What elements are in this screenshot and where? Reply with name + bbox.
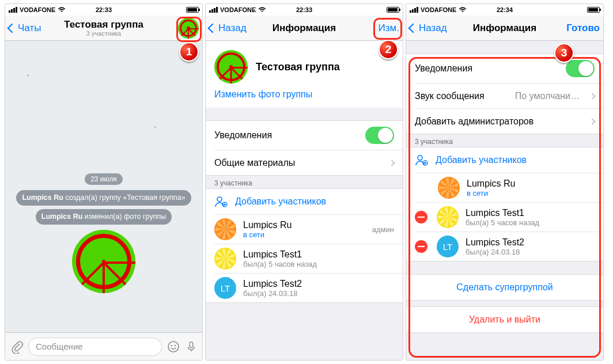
wifi-icon xyxy=(459,7,467,13)
done-button[interactable]: Готово xyxy=(566,22,600,34)
phone-screen-chat: VODAFONE 22:33 Чаты Тестовая группа 3 уч… xyxy=(5,3,203,361)
chevron-right-icon xyxy=(589,93,595,99)
svg-point-6 xyxy=(418,156,422,160)
notifications-toggle[interactable] xyxy=(566,60,595,77)
svg-point-4 xyxy=(217,197,222,202)
back-label: Назад xyxy=(419,22,447,34)
step-badge-2: 2 xyxy=(379,40,398,59)
svg-point-1 xyxy=(171,344,172,346)
carrier-label: VODAFONE xyxy=(421,6,456,13)
navbar: Назад Информация Готово xyxy=(406,16,603,41)
clock: 22:33 xyxy=(296,6,312,13)
back-button[interactable]: Чаты xyxy=(9,22,41,34)
status-bar: VODAFONE 22:34 xyxy=(406,4,603,16)
clock: 22:34 xyxy=(497,6,513,13)
change-photo-link[interactable]: Изменить фото группы xyxy=(206,89,403,108)
avatar-orange xyxy=(438,177,460,199)
date-pill: 23 июля xyxy=(85,173,123,185)
member-row[interactable]: LT Lumpics Test2был(а) 24.03.18 xyxy=(214,273,403,302)
member-row[interactable]: Lumpics Test1был(а) 5 часов назад xyxy=(214,244,403,273)
wifi-icon xyxy=(258,7,266,13)
chevron-right-icon xyxy=(589,118,595,124)
battery-icon xyxy=(186,7,199,13)
phone-screen-edit: VODAFONE 22:34 Назад Информация Готово У… xyxy=(406,3,604,361)
member-row[interactable]: Lumpics Ruв сети xyxy=(415,173,603,202)
group-photo-preview[interactable] xyxy=(72,230,135,293)
clock: 22:33 xyxy=(96,6,112,13)
group-name: Тестовая группа xyxy=(256,61,340,73)
delete-member-button[interactable] xyxy=(415,211,427,223)
svg-point-0 xyxy=(168,342,179,352)
wifi-icon xyxy=(58,7,66,13)
group-header: Тестовая группа xyxy=(206,41,403,89)
navbar: Чаты Тестовая группа 3 участника xyxy=(5,16,202,41)
avatar-lemon xyxy=(214,248,236,270)
svg-point-2 xyxy=(175,344,176,346)
row-notifications[interactable]: Уведомления xyxy=(406,54,603,83)
battery-icon xyxy=(387,7,399,13)
mic-icon[interactable] xyxy=(185,340,198,354)
row-notifications[interactable]: Уведомления xyxy=(206,121,403,150)
message-placeholder: Сообщение xyxy=(36,342,83,351)
svg-rect-3 xyxy=(190,342,193,347)
back-label: Назад xyxy=(218,22,247,34)
battery-icon xyxy=(587,7,600,13)
carrier-label: VODAFONE xyxy=(220,6,256,13)
member-row[interactable]: Lumpics Ruв сети админ xyxy=(214,214,403,244)
attach-icon[interactable] xyxy=(10,340,24,354)
delete-member-button[interactable] xyxy=(415,240,427,253)
chevron-left-icon xyxy=(7,23,17,33)
sticker-icon[interactable] xyxy=(167,340,180,354)
avatar-orange xyxy=(214,218,236,240)
members-header: 3 участника xyxy=(206,176,403,188)
avatar-initials: LT xyxy=(437,236,459,257)
back-button[interactable]: Назад xyxy=(209,22,247,34)
edit-button[interactable]: Изм. xyxy=(379,22,399,34)
step-badge-1: 1 xyxy=(179,42,199,62)
make-supergroup-button[interactable]: Сделать супергруппой xyxy=(406,275,603,300)
add-user-icon xyxy=(415,153,429,167)
avatar-initials: LT xyxy=(214,277,236,299)
row-sound[interactable]: Звук сообщения По умолчани… xyxy=(415,83,603,108)
row-shared-media[interactable]: Общие материалы xyxy=(214,150,403,175)
status-bar: VODAFONE 22:33 xyxy=(5,4,202,16)
step-badge-3: 3 xyxy=(554,43,574,63)
status-bar: VODAFONE 22:33 xyxy=(206,4,403,16)
input-bar: Сообщение xyxy=(5,332,202,360)
member-row[interactable]: Lumpics Test1был(а) 5 часов назад xyxy=(415,202,603,232)
chat-background[interactable]: 23 июля Lumpics Ru создал(а) группу «Тес… xyxy=(5,41,202,332)
navbar: Назад Информация Изм. xyxy=(206,16,403,41)
system-message-photo: Lumpics Ru изменил(а) фото группы xyxy=(36,209,172,225)
signal-icon xyxy=(410,7,418,13)
add-members-button[interactable]: Добавить участников xyxy=(206,189,403,214)
add-user-icon xyxy=(214,195,228,208)
system-message-created: Lumpics Ru создал(а) группу «Тестовая гр… xyxy=(16,190,191,206)
avatar-lemon xyxy=(437,206,459,228)
notifications-toggle[interactable] xyxy=(365,127,394,144)
chevron-left-icon xyxy=(208,23,218,33)
sound-value: По умолчани… xyxy=(515,91,580,101)
group-avatar[interactable] xyxy=(214,50,248,84)
members-header: 3 участника xyxy=(406,134,603,147)
delete-and-leave-button[interactable]: Удалить и выйти xyxy=(406,307,603,332)
chevron-left-icon xyxy=(408,23,418,33)
back-label: Чаты xyxy=(18,22,41,34)
signal-icon xyxy=(209,7,218,13)
chevron-right-icon xyxy=(388,160,395,166)
member-row[interactable]: LT Lumpics Test2был(а) 24.03.18 xyxy=(415,232,603,261)
row-add-admins[interactable]: Добавить администраторов xyxy=(415,108,603,134)
signal-icon xyxy=(9,7,17,13)
back-button[interactable]: Назад xyxy=(410,22,447,34)
add-members-button[interactable]: Добавить участников xyxy=(406,147,603,173)
group-avatar-button[interactable] xyxy=(178,18,199,39)
message-input[interactable]: Сообщение xyxy=(28,338,162,356)
phone-screen-info: VODAFONE 22:33 Назад Информация Изм. Тес… xyxy=(205,3,403,361)
carrier-label: VODAFONE xyxy=(20,6,55,13)
admin-label: админ xyxy=(372,225,394,234)
